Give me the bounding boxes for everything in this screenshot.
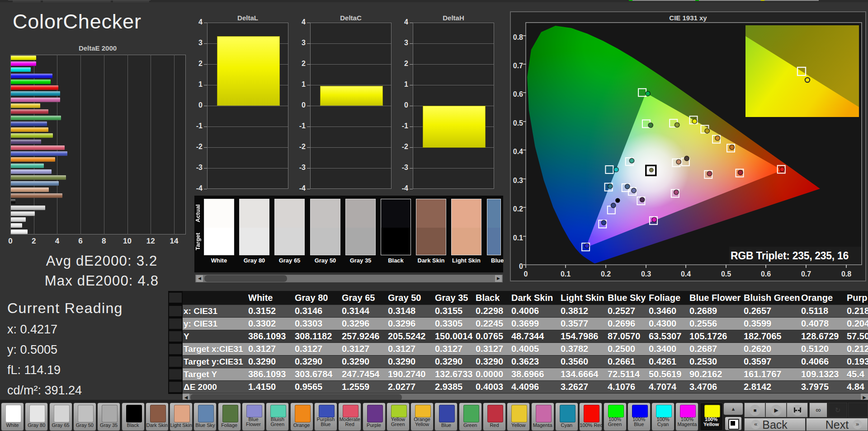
svg-text:0: 0 <box>524 270 528 278</box>
svg-text:0: 0 <box>519 262 523 270</box>
svg-text:0.4: 0.4 <box>513 148 523 155</box>
svg-text:0.4: 0.4 <box>681 270 691 278</box>
svg-text:0.7: 0.7 <box>801 270 811 278</box>
svg-text:0.5: 0.5 <box>513 119 523 127</box>
svg-text:RGB Triplet: 235, 235, 16: RGB Triplet: 235, 235, 16 <box>731 250 849 262</box>
svg-text:CIE 1931 xy: CIE 1931 xy <box>669 14 707 22</box>
svg-text:0.1: 0.1 <box>561 270 571 278</box>
svg-text:0.6: 0.6 <box>513 90 523 98</box>
svg-text:0.3: 0.3 <box>513 177 523 184</box>
svg-text:0.3: 0.3 <box>641 270 651 278</box>
svg-text:0.7: 0.7 <box>513 62 523 70</box>
svg-text:0.5: 0.5 <box>721 270 731 278</box>
svg-text:0.2: 0.2 <box>513 205 523 213</box>
svg-text:0.6: 0.6 <box>761 270 771 278</box>
svg-text:0.8: 0.8 <box>841 270 851 278</box>
svg-text:0.2: 0.2 <box>601 270 611 278</box>
svg-text:0.8: 0.8 <box>513 33 523 41</box>
svg-text:0.1: 0.1 <box>513 234 523 242</box>
